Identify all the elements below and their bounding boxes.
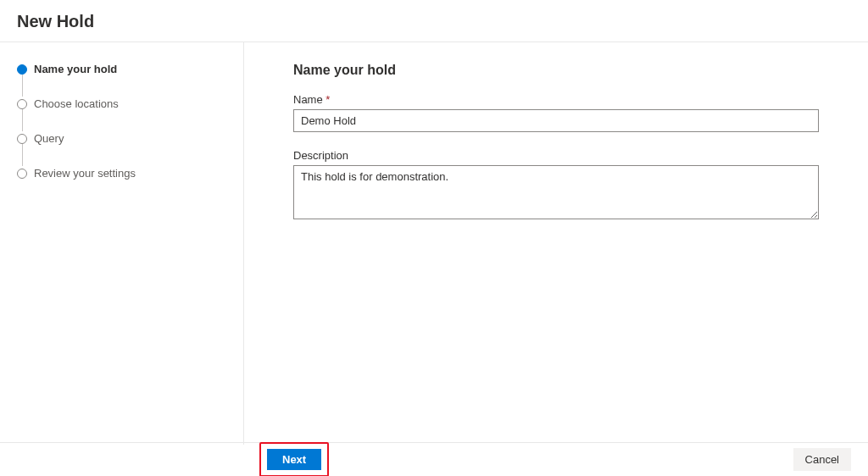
step-connector-icon	[22, 109, 23, 131]
main-panel: Name your hold Name * Description This h…	[244, 42, 868, 445]
next-button-highlight: Next	[259, 442, 329, 476]
step-review-settings[interactable]: Review your settings	[17, 167, 226, 180]
next-button[interactable]: Next	[267, 449, 321, 470]
step-connector-icon	[22, 75, 23, 97]
step-circle-icon	[17, 99, 27, 109]
name-form-group: Name *	[293, 93, 819, 132]
step-connector-icon	[22, 144, 23, 166]
wizard-steps: Name your hold Choose locations Query Re…	[17, 63, 226, 180]
description-textarea[interactable]: This hold is for demonstration.	[293, 165, 819, 219]
step-label: Name your hold	[34, 63, 117, 75]
step-label: Query	[34, 132, 64, 145]
cancel-button[interactable]: Cancel	[793, 448, 851, 471]
content-wrapper: Name your hold Choose locations Query Re…	[0, 42, 868, 445]
description-form-group: Description This hold is for demonstrati…	[293, 149, 819, 223]
step-name-your-hold[interactable]: Name your hold	[17, 63, 226, 97]
panel-heading: Name your hold	[293, 63, 819, 78]
step-label: Choose locations	[34, 97, 119, 110]
step-label: Review your settings	[34, 167, 136, 180]
step-choose-locations[interactable]: Choose locations	[17, 97, 226, 132]
step-circle-icon	[17, 64, 27, 75]
name-label: Name *	[293, 93, 819, 106]
description-label: Description	[293, 149, 819, 162]
step-circle-icon	[17, 169, 27, 179]
step-circle-icon	[17, 134, 27, 144]
wizard-footer: Next Cancel	[0, 442, 868, 476]
required-asterisk-icon: *	[326, 93, 330, 106]
name-input[interactable]	[293, 109, 819, 132]
page-title: New Hold	[17, 12, 851, 31]
step-query[interactable]: Query	[17, 132, 226, 167]
page-header: New Hold	[0, 0, 868, 42]
wizard-sidebar: Name your hold Choose locations Query Re…	[0, 42, 244, 445]
